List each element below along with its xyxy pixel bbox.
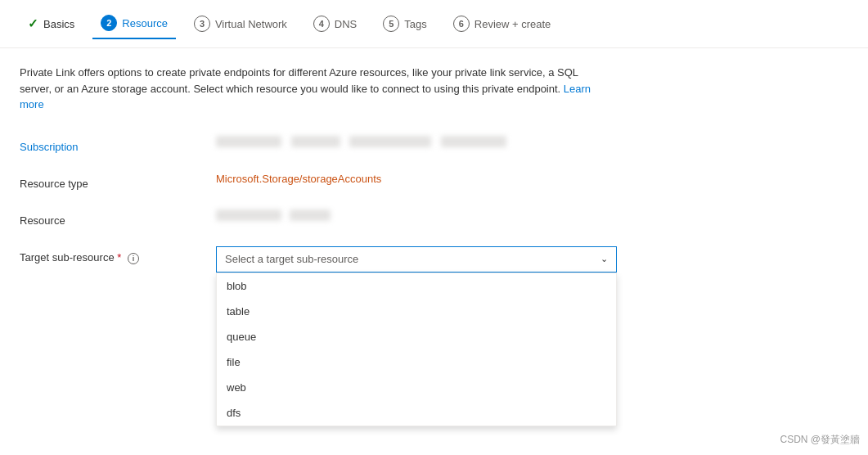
dropdown-item-web[interactable]: web — [217, 375, 616, 400]
resource-type-row: Resource type Microsoft.Storage/storageA… — [20, 169, 848, 190]
dropdown-item-file[interactable]: file — [217, 349, 616, 375]
nav-step-resource-label: Resource — [122, 17, 168, 29]
required-marker: * — [117, 251, 121, 264]
checkmark-icon: ✓ — [28, 16, 38, 31]
target-sub-resource-row: Target sub-resource * i Select a target … — [20, 243, 848, 273]
subscription-blur-4 — [441, 136, 506, 147]
subscription-value — [216, 136, 848, 150]
description-text: Private Link offers options to create pr… — [20, 65, 592, 113]
nav-step-tags-label: Tags — [404, 18, 426, 30]
subscription-label: Subscription — [20, 136, 216, 153]
dropdown-item-dfs[interactable]: dfs — [217, 400, 616, 426]
target-sub-resource-label: Target sub-resource * i — [20, 246, 216, 264]
dropdown-placeholder: Select a target sub-resource — [225, 253, 358, 265]
info-icon[interactable]: i — [128, 253, 139, 264]
watermark: CSDN @發黃塗牆 — [780, 433, 860, 447]
resource-type-value: Microsoft.Storage/storageAccounts — [216, 173, 848, 185]
main-content: Private Link offers options to create pr… — [0, 48, 868, 305]
step-circle-virtual-network: 3 — [194, 16, 210, 32]
wizard-nav: ✓ Basics 2 Resource 3 Virtual Network 4 … — [0, 0, 868, 48]
dropdown-item-blob[interactable]: blob — [217, 273, 616, 299]
nav-step-dns[interactable]: 4 DNS — [305, 9, 365, 38]
subscription-blur-2 — [291, 136, 340, 147]
step-circle-dns: 4 — [313, 16, 330, 32]
subscription-row: Subscription — [20, 133, 848, 153]
resource-blur-1 — [216, 209, 281, 221]
nav-step-virtual-network-label: Virtual Network — [215, 18, 287, 30]
subscription-blur-3 — [349, 136, 431, 147]
nav-step-virtual-network[interactable]: 3 Virtual Network — [186, 9, 295, 38]
resource-value — [216, 209, 848, 223]
nav-step-review-create-label: Review + create — [474, 18, 551, 30]
resource-blur-2 — [290, 209, 331, 221]
dropdown-item-queue[interactable]: queue — [217, 324, 616, 349]
target-sub-resource-dropdown[interactable]: Select a target sub-resource ⌄ — [216, 246, 617, 273]
nav-step-basics-label: Basics — [43, 18, 74, 30]
dropdown-container: Select a target sub-resource ⌄ blob tabl… — [216, 246, 617, 273]
subscription-blur-1 — [216, 136, 281, 147]
nav-step-basics[interactable]: ✓ Basics — [20, 10, 83, 38]
nav-step-resource[interactable]: 2 Resource — [92, 8, 176, 39]
nav-step-tags[interactable]: 5 Tags — [375, 9, 434, 38]
step-circle-resource: 2 — [101, 15, 117, 31]
nav-step-review-create[interactable]: 6 Review + create — [445, 9, 560, 38]
nav-step-dns-label: DNS — [335, 18, 357, 30]
resource-type-label: Resource type — [20, 173, 216, 190]
resource-label: Resource — [20, 209, 216, 227]
resource-row: Resource — [20, 206, 848, 227]
target-sub-resource-dropdown-container: Select a target sub-resource ⌄ blob tabl… — [216, 246, 848, 273]
chevron-down-icon: ⌄ — [600, 254, 608, 264]
step-circle-review-create: 6 — [453, 16, 470, 32]
dropdown-menu: blob table queue file web dfs — [216, 273, 617, 426]
step-circle-tags: 5 — [383, 16, 399, 32]
dropdown-item-table[interactable]: table — [217, 299, 616, 324]
